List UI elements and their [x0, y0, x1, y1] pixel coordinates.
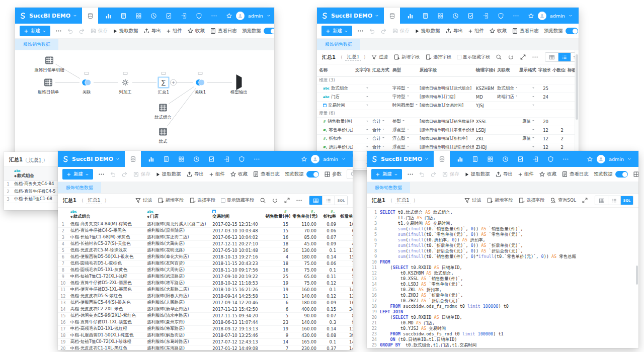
dataset-alias-input[interactable]: 汇总1 — [345, 54, 361, 61]
clock-icon[interactable] — [193, 156, 200, 162]
view-list-button[interactable] — [322, 196, 335, 205]
more-icon[interactable] — [562, 156, 569, 162]
integration-icon[interactable] — [532, 156, 539, 162]
apps-icon[interactable] — [487, 156, 494, 162]
more-button[interactable] — [296, 197, 302, 204]
add-field-button[interactable]: 新增字段 — [393, 54, 420, 60]
text-field-dropdown[interactable] — [353, 84, 370, 93]
view-list-button[interactable] — [608, 196, 620, 205]
undo-button[interactable] — [369, 28, 375, 34]
integration-icon[interactable] — [181, 13, 187, 19]
bar-chart-icon[interactable] — [105, 13, 112, 19]
add-node-button[interactable]: + — [170, 79, 177, 86]
dataset-alias-input[interactable]: 汇总1 — [27, 157, 43, 163]
aggregation-dropdown[interactable]: 合计 — [370, 126, 390, 134]
star-icon[interactable] — [301, 156, 307, 162]
dataset-alias-input[interactable]: 汇总1 — [395, 197, 411, 204]
preview-data-toggle[interactable]: 预览数据 — [242, 28, 274, 34]
tab-apparel-sales-data[interactable]: 服饰销售数据 — [367, 182, 410, 193]
expand-button[interactable] — [520, 54, 526, 60]
aggregation-dropdown[interactable] — [370, 84, 390, 93]
avatar[interactable] — [538, 12, 546, 20]
text-field-dropdown[interactable] — [353, 126, 370, 134]
save-button[interactable]: 保存 — [442, 171, 459, 178]
database-icon[interactable] — [130, 156, 136, 162]
text-field-dropdown[interactable] — [353, 134, 370, 143]
apps-icon[interactable] — [437, 13, 444, 19]
avatar[interactable] — [311, 155, 319, 163]
select-fields-button[interactable]: 选择字段 — [425, 54, 451, 60]
related-table-dropdown[interactable] — [495, 134, 517, 143]
tab-apparel-sales-data[interactable]: 服饰销售数据 — [58, 182, 101, 193]
view-list-button[interactable] — [558, 53, 571, 61]
scrollbar-thumb[interactable] — [636, 266, 638, 285]
more-icon[interactable] — [513, 13, 519, 19]
app-logo[interactable]: SuccBI DEMO — [317, 8, 384, 24]
extract-data-button[interactable]: 提取数据 — [113, 28, 138, 34]
tab-apparel-sales-data[interactable]: 服饰销售数据 — [15, 39, 58, 50]
shield-icon[interactable] — [196, 13, 202, 19]
undo-button[interactable] — [419, 171, 425, 178]
tasks-icon[interactable] — [208, 156, 215, 162]
database-icon[interactable] — [87, 13, 94, 19]
new-button[interactable]: 新建 — [20, 26, 50, 36]
extract-data-button[interactable]: 提取数据 — [415, 28, 440, 34]
tasks-icon[interactable] — [517, 156, 524, 162]
flow-node-款式组合[interactable] — [157, 102, 169, 113]
toggle-on[interactable] — [264, 28, 274, 34]
aggregation-dropdown[interactable]: 合计 — [370, 143, 390, 151]
star-icon[interactable] — [226, 13, 232, 19]
view-grid-button[interactable] — [309, 196, 322, 205]
dataset-alias-input[interactable]: 汇总1 — [86, 197, 102, 204]
more-button[interactable] — [407, 171, 414, 178]
scrollbar-thumb[interactable] — [576, 54, 578, 120]
related-table-dropdown[interactable] — [495, 101, 517, 110]
component-button[interactable]: 组件 — [518, 171, 534, 178]
toggle-on[interactable] — [615, 171, 628, 178]
document-icon[interactable] — [472, 156, 478, 162]
search-input[interactable]: 搜索文件 — [347, 169, 353, 179]
new-button[interactable]: 新建 — [62, 169, 93, 180]
component-button[interactable]: 组件 — [468, 28, 484, 34]
tasks-icon[interactable] — [166, 13, 172, 19]
aggregation-dropdown[interactable]: 合计 — [370, 134, 390, 143]
related-table-dropdown[interactable] — [495, 143, 517, 151]
more-icon[interactable] — [211, 13, 217, 19]
expand-button[interactable] — [284, 197, 290, 204]
refresh-button[interactable] — [272, 197, 278, 204]
redo-button[interactable] — [121, 171, 128, 178]
flow-node-款式[interactable] — [157, 126, 169, 137]
shield-icon[interactable] — [547, 156, 554, 162]
favorite-button[interactable]: 收藏 — [187, 28, 205, 34]
save-button[interactable]: 保存 — [392, 28, 410, 34]
shield-icon[interactable] — [498, 13, 504, 19]
app-logo[interactable]: SuccBI DEMO — [367, 151, 434, 167]
star-icon[interactable] — [587, 156, 593, 162]
database-icon[interactable] — [389, 13, 395, 19]
select-fields-button[interactable]: 选择字段 — [518, 197, 544, 204]
save-button[interactable]: 保存 — [133, 171, 150, 178]
more-button[interactable] — [55, 28, 62, 34]
chevron-down-icon[interactable] — [267, 14, 271, 18]
flow-node-关联[interactable] — [80, 78, 93, 87]
preview-data-toggle[interactable]: 预览数据 — [285, 171, 319, 178]
view-log-button[interactable]: 查看日志 — [561, 171, 589, 178]
query-sql-button[interactable]: 查询SQL — [550, 197, 576, 204]
display-format-dropdown[interactable] — [517, 126, 536, 134]
text-field-dropdown[interactable] — [353, 143, 370, 151]
more-button[interactable] — [98, 171, 105, 178]
type-dropdown[interactable]: 时间戳类型 — [390, 101, 418, 110]
database-icon[interactable] — [439, 156, 445, 162]
type-dropdown[interactable]: 字符型 — [390, 84, 418, 93]
shield-icon[interactable] — [238, 156, 245, 162]
aggregation-dropdown[interactable] — [370, 101, 390, 110]
add-field-button[interactable]: 新增字段 — [157, 197, 184, 204]
favorite-button[interactable]: 收藏 — [539, 171, 556, 178]
show-hidden-fields-checkbox[interactable]: 显示隐藏字段 — [221, 197, 254, 204]
filter-button[interactable]: 过滤 — [371, 54, 388, 60]
display-format-dropdown[interactable]: 原值 — [517, 117, 536, 126]
document-icon[interactable] — [422, 13, 429, 19]
apps-icon[interactable] — [178, 156, 185, 162]
chevron-down-icon[interactable] — [569, 14, 573, 18]
export-button[interactable]: 导出 — [186, 171, 204, 178]
